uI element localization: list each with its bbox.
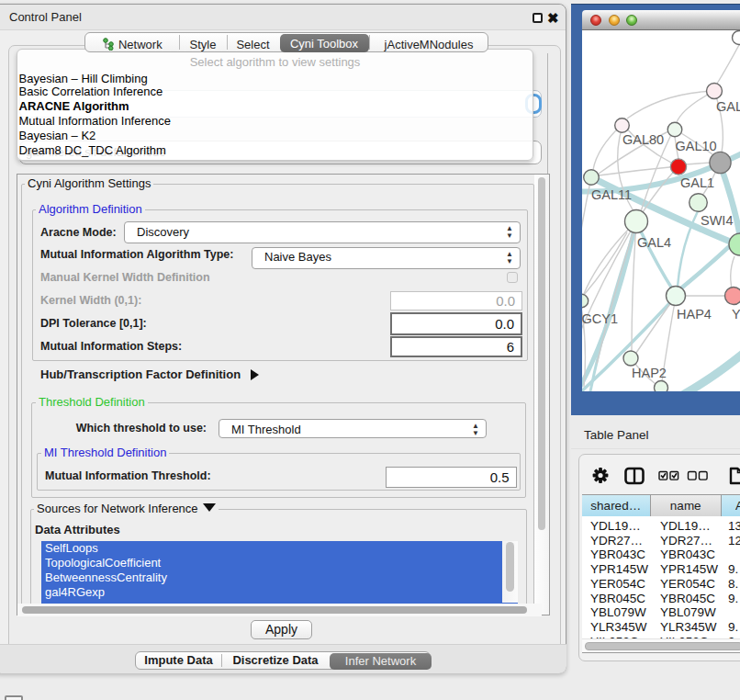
svg-text:HAP4: HAP4 (677, 307, 712, 322)
svg-text:SWI4: SWI4 (701, 213, 733, 228)
svg-text:GAL7: GAL7 (716, 99, 740, 114)
svg-text:GAL80: GAL80 (622, 132, 664, 147)
svg-text:GAL10: GAL10 (676, 139, 717, 153)
svg-text:GAL11: GAL11 (591, 187, 632, 202)
svg-text:Y: Y (732, 307, 740, 322)
svg-text:GAL1: GAL1 (680, 175, 714, 190)
svg-text:GCY1: GCY1 (582, 311, 618, 326)
svg-text:HAP2: HAP2 (632, 366, 667, 380)
svg-text:GAL4: GAL4 (637, 235, 671, 250)
